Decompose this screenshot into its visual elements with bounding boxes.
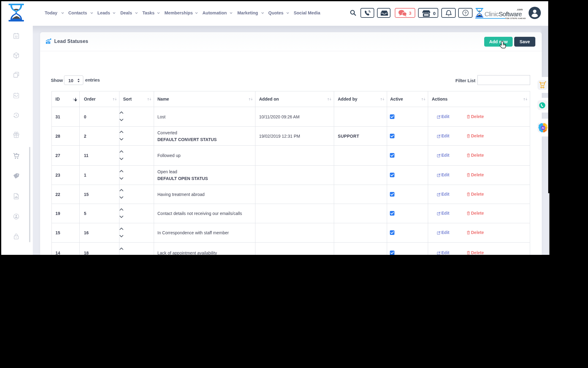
svg-text:?: ? xyxy=(464,11,467,15)
svg-text:AI: AI xyxy=(542,126,545,129)
svg-text:.com: .com xyxy=(517,8,523,11)
svg-text:TEN STEPS AHEAD: TEN STEPS AHEAD xyxy=(505,17,526,19)
svg-text:12: 12 xyxy=(15,35,18,38)
